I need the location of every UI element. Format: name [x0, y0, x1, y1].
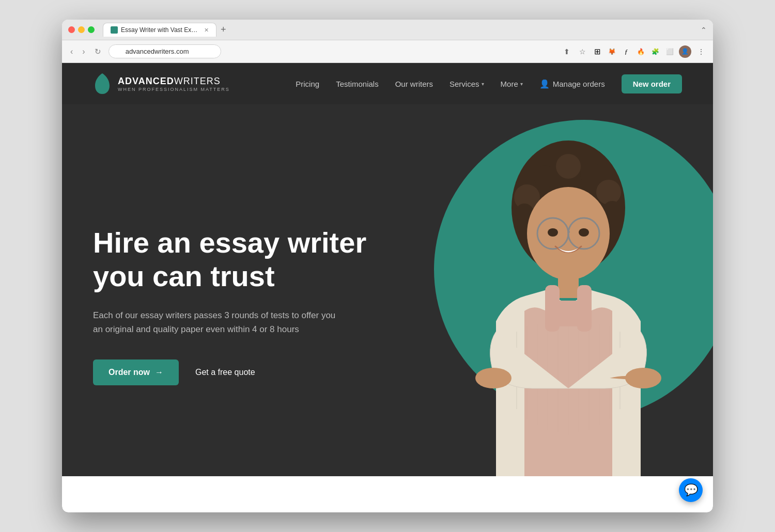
- tab-title: Essay Writer with Vast Experie...: [121, 26, 199, 34]
- nav-more[interactable]: More ▾: [501, 80, 523, 88]
- split-view-icon[interactable]: ⬜: [664, 46, 675, 57]
- hero-content: Hire an essay writer you can trust Each …: [93, 226, 417, 385]
- address-input[interactable]: [109, 44, 221, 58]
- nav-pricing[interactable]: Pricing: [296, 80, 319, 88]
- active-tab[interactable]: Essay Writer with Vast Experie... ✕: [103, 23, 216, 37]
- svg-point-5: [556, 154, 581, 179]
- extension-grid-icon[interactable]: ⊞: [592, 46, 602, 57]
- bookmark-icon[interactable]: ☆: [577, 46, 588, 57]
- svg-point-16: [579, 228, 589, 237]
- nav-links: Pricing Testimonials Our writers Service…: [296, 74, 682, 93]
- window-controls-right: ⌃: [701, 26, 707, 34]
- function-extension-icon[interactable]: ƒ: [621, 46, 631, 57]
- tab-close-icon[interactable]: ✕: [204, 27, 209, 34]
- manage-orders-icon: 👤: [539, 79, 550, 89]
- writer-illustration: [444, 125, 692, 476]
- address-wrapper: 🔒: [109, 44, 556, 58]
- nav-manage-orders[interactable]: 👤 Manage orders: [539, 79, 605, 89]
- profile-avatar[interactable]: 👤: [679, 45, 691, 58]
- svg-point-7: [596, 180, 621, 205]
- hero-title: Hire an essay writer you can trust: [93, 226, 382, 293]
- svg-point-4: [534, 165, 556, 188]
- svg-point-6: [580, 163, 603, 185]
- forward-button[interactable]: ›: [80, 45, 87, 58]
- new-tab-button[interactable]: +: [216, 24, 230, 35]
- tab-favicon: [111, 26, 118, 34]
- navbar: ADVANCEDWRITERS WHEN PROFESSIONALISM MAT…: [62, 63, 713, 104]
- svg-rect-22: [545, 301, 592, 326]
- flame-extension-icon[interactable]: 🔥: [636, 46, 646, 57]
- logo-area: ADVANCEDWRITERS WHEN PROFESSIONALISM MAT…: [93, 72, 230, 95]
- puzzle-extension-icon[interactable]: 🧩: [650, 46, 660, 57]
- back-button[interactable]: ‹: [68, 45, 75, 58]
- toolbar-icons: ⬆ ☆ ⊞ 🦊 ƒ 🔥 🧩 ⬜ 👤 ⋮: [561, 45, 707, 58]
- tab-bar: Essay Writer with Vast Experie... ✕ +: [103, 23, 696, 37]
- minimize-button[interactable]: [78, 26, 85, 33]
- fullscreen-button[interactable]: [88, 26, 95, 33]
- arrow-icon: →: [155, 368, 163, 377]
- site-content: ADVANCEDWRITERS WHEN PROFESSIONALISM MAT…: [62, 63, 713, 512]
- chat-button[interactable]: 💬: [679, 478, 703, 502]
- share-icon[interactable]: ⬆: [561, 46, 572, 57]
- hero-subtitle: Each of our essay writers passes 3 round…: [93, 308, 341, 336]
- nav-our-writers[interactable]: Our writers: [395, 80, 433, 88]
- bottom-strip: [62, 476, 713, 512]
- fox-extension-icon[interactable]: 🦊: [607, 46, 617, 57]
- more-options-icon[interactable]: ⋮: [695, 46, 707, 57]
- logo-name: ADVANCEDWRITERS: [118, 76, 230, 87]
- close-button[interactable]: [68, 26, 75, 33]
- new-order-button[interactable]: New order: [622, 74, 682, 93]
- reload-button[interactable]: ↻: [92, 45, 103, 58]
- logo-tagline: WHEN PROFESSIONALISM MATTERS: [118, 87, 230, 92]
- nav-services[interactable]: Services ▾: [450, 80, 484, 88]
- window-collapse-icon[interactable]: ⌃: [701, 26, 707, 34]
- svg-point-23: [475, 368, 512, 388]
- browser-window: Essay Writer with Vast Experie... ✕ + ⌃ …: [62, 20, 713, 512]
- address-bar: ‹ › ↻ 🔒 ⬆ ☆ ⊞ 🦊 ƒ 🔥 🧩 ⬜ 👤 ⋮: [62, 40, 713, 63]
- free-quote-button[interactable]: Get a free quote: [195, 368, 255, 377]
- person-image: [444, 125, 692, 476]
- hero-section: Hire an essay writer you can trust Each …: [62, 104, 713, 476]
- messenger-icon: 💬: [684, 483, 698, 497]
- nav-testimonials[interactable]: Testimonials: [336, 80, 379, 88]
- svg-point-15: [548, 228, 558, 237]
- services-dropdown-arrow-icon: ▾: [482, 81, 484, 87]
- svg-rect-17: [558, 277, 579, 298]
- more-dropdown-arrow-icon: ▾: [520, 81, 523, 87]
- order-now-button[interactable]: Order now →: [93, 359, 179, 385]
- logo-text: ADVANCEDWRITERS WHEN PROFESSIONALISM MAT…: [118, 76, 230, 92]
- logo-leaf-icon: [93, 72, 112, 95]
- hero-buttons: Order now → Get a free quote: [93, 359, 417, 385]
- traffic-lights: [68, 26, 95, 33]
- title-bar: Essay Writer with Vast Experie... ✕ + ⌃: [62, 20, 713, 40]
